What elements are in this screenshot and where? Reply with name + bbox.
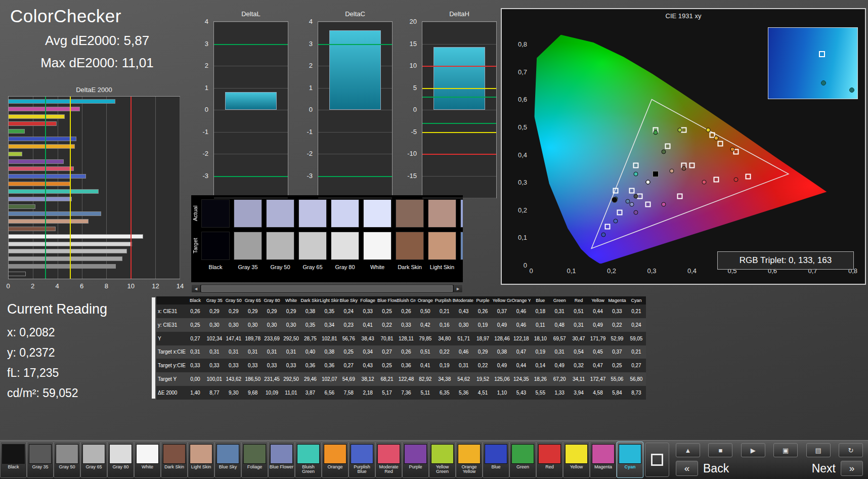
deltae-bar-blue	[9, 137, 76, 141]
patch-label: Bluish Green	[295, 465, 321, 475]
patch-button-white[interactable]: White	[134, 442, 161, 478]
grid-button[interactable]: ▣	[773, 443, 798, 457]
cie-measured-dot	[654, 130, 658, 135]
table-cell: 0,29	[282, 304, 301, 318]
back-chevrons-icon[interactable]: «	[676, 461, 698, 476]
reference-line	[422, 123, 496, 124]
current-reading: Current Reading x: 0,2082 y: 0,2372 fL: …	[7, 301, 107, 403]
cie-measured-dot	[682, 166, 686, 170]
scrollbar-thumb[interactable]	[201, 285, 453, 292]
table-cell: 0,34	[358, 345, 377, 359]
deltae-bar-yellow-green	[9, 152, 22, 156]
patch-button-moderate-red[interactable]: Moderate Red	[375, 442, 402, 478]
deltaC-ylabels: 43210-1-2-3-4	[293, 21, 315, 197]
table-cell: 147,41	[224, 332, 243, 345]
play-icon: ▶	[751, 447, 756, 454]
reading-y: y: 0,2372	[7, 342, 107, 363]
axis-tick-label: 0	[507, 262, 527, 269]
table-cell: 0,31	[282, 345, 301, 359]
axis-tick-label: 0	[189, 106, 208, 113]
axis-tick-label: 1	[293, 83, 313, 91]
play-button[interactable]: ▶	[741, 443, 765, 457]
table-cell: 128,46	[493, 332, 512, 345]
swatch-light-skin	[428, 232, 456, 260]
patch-button-dark-skin[interactable]: Dark Skin	[161, 442, 188, 478]
eject-button[interactable]: ▲	[676, 443, 700, 457]
table-cell: 0,24	[627, 318, 646, 332]
table-cell: 69,57	[550, 332, 569, 345]
table-col-header: Green	[550, 296, 569, 304]
patch-button-green[interactable]: Green	[509, 442, 536, 478]
table-cell: 292,50	[282, 332, 301, 345]
patch-button-gray-65[interactable]: Gray 65	[80, 442, 107, 478]
patch-button-cyan[interactable]: Cyan	[617, 442, 643, 478]
table-cell: 54,62	[454, 372, 473, 386]
deltae2000-chart: DeltaE 2000 02468101214	[7, 86, 181, 294]
patch-button-blue[interactable]: Blue	[483, 442, 509, 478]
deltae-bar-red	[9, 121, 57, 126]
swatch-gray-50	[266, 199, 294, 228]
swatch-gray-35	[234, 199, 262, 228]
patch-swatch	[190, 444, 212, 464]
patch-button-gray-35[interactable]: Gray 35	[27, 442, 54, 478]
table-col-header: Bluish Green	[397, 296, 416, 304]
patch-button-magenta[interactable]: Magenta	[590, 442, 617, 478]
back-button[interactable]: Back	[703, 462, 729, 475]
patch-button-purplish-blue[interactable]: Purplish Blue	[349, 442, 375, 478]
table-cell: 0,30	[224, 318, 243, 332]
scroll-right-icon[interactable]: ►	[454, 285, 462, 292]
patch-button-orange[interactable]: Orange	[322, 442, 349, 478]
cie-measured-dot	[613, 219, 618, 223]
next-chevrons-icon[interactable]: »	[841, 461, 863, 476]
next-button[interactable]: Next	[812, 462, 836, 475]
swatch-scrollbar[interactable]: ◄ ►	[191, 284, 463, 293]
table-cell: 18,97	[473, 332, 493, 345]
table-cell: 0,27	[186, 332, 205, 345]
chart-title: DeltaH	[422, 10, 497, 18]
axis-tick-label: 3	[293, 39, 313, 47]
patch-button-gray-80[interactable]: Gray 80	[107, 442, 134, 478]
patch-swatch	[163, 444, 186, 464]
table-col-header: Gray 80	[263, 296, 282, 304]
table-cell: 5,17	[377, 386, 397, 400]
patch-button-orange-yellow[interactable]: Orange Yellow	[456, 442, 483, 478]
patch-button-purple[interactable]: Purple	[402, 442, 429, 478]
patch-button-yellow[interactable]: Yellow	[563, 442, 590, 478]
swatch-gray-65	[298, 232, 327, 260]
patch-button-yellow-green[interactable]: Yellow Green	[429, 442, 456, 478]
table-cell: 189,78	[243, 332, 263, 345]
chart-title: DeltaE 2000	[7, 86, 181, 94]
patch-label: Blue Flower	[269, 465, 294, 475]
reference-line	[318, 44, 392, 45]
cie-measured-dot	[629, 202, 634, 206]
patch-button-foliage[interactable]: Foliage	[241, 442, 268, 478]
table-cell: 0,29	[205, 304, 224, 318]
axis-tick-label: 4	[293, 18, 313, 25]
axis-tick-label: 0	[398, 106, 417, 113]
stop-button[interactable]: ■	[708, 443, 732, 457]
patch-button-black[interactable]: Black	[0, 442, 27, 478]
refresh-button[interactable]: ↻	[839, 443, 863, 457]
table-cell: 0,11	[531, 318, 550, 332]
patch-button-red[interactable]: Red	[536, 442, 563, 478]
scroll-left-icon[interactable]: ◄	[192, 285, 200, 292]
table-cell: 5,36	[454, 386, 473, 400]
table-cell: 102,07	[320, 372, 339, 386]
table-cell: 59,05	[627, 332, 646, 345]
patch-button-light-skin[interactable]: Light Skin	[188, 442, 214, 478]
layers-button[interactable]: ▤	[806, 443, 831, 457]
cie-target-square	[613, 188, 618, 193]
patch-button-gray-50[interactable]: Gray 50	[54, 442, 80, 478]
table-cell: 0,29	[224, 304, 243, 318]
swatch-compare-panel: Actual Target BlackGray 35Gray 50Gray 65…	[191, 195, 463, 282]
pattern-window-button[interactable]	[645, 443, 669, 477]
table-cell: 1,10	[493, 386, 512, 400]
table-cell: 0,49	[550, 359, 569, 372]
patch-button-blue-flower[interactable]: Blue Flower	[268, 442, 295, 478]
table-cell: 0,49	[588, 318, 607, 332]
grid-line	[318, 198, 392, 198]
patch-button-blue-sky[interactable]: Blue Sky	[214, 442, 241, 478]
patch-label: Purple	[403, 465, 428, 475]
table-col-header: Moderate Red	[454, 296, 473, 304]
patch-button-bluish-green[interactable]: Bluish Green	[295, 442, 322, 478]
